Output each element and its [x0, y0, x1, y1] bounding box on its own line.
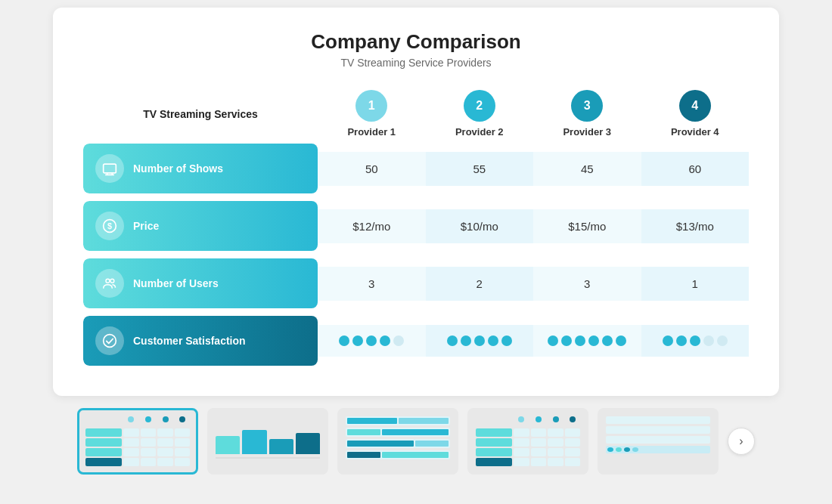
satisfaction-data-cells [318, 325, 749, 357]
shows-p2-value: 55 [426, 152, 534, 186]
svg-point-6 [106, 279, 110, 283]
dot [488, 335, 498, 346]
shows-data-cells: 50 55 45 60 [318, 152, 749, 186]
price-label-cell: $ Price [83, 201, 318, 251]
dot [352, 335, 363, 346]
dot [474, 335, 485, 346]
shows-p4-value: 60 [641, 152, 750, 186]
shows-p3-value: 45 [533, 152, 641, 186]
comparison-card: Company Comparison TV Streaming Service … [53, 8, 779, 396]
provider-4-header: 4 Provider 4 [641, 90, 750, 138]
thumbnail-3[interactable] [337, 408, 458, 475]
satisfaction-row: Customer Satisfaction [83, 316, 749, 366]
tv-icon [95, 154, 124, 183]
svg-rect-0 [104, 164, 116, 173]
thumbnail-4[interactable] [467, 408, 588, 475]
next-thumbnail-button[interactable]: › [728, 428, 755, 455]
thumbnail-1[interactable] [77, 408, 198, 475]
price-label-text: Price [133, 220, 159, 232]
dot [602, 335, 613, 346]
dot [717, 335, 728, 346]
price-p1-value: $12/mo [318, 209, 426, 243]
thumbnail-5-content [600, 410, 716, 472]
thumbnail-3-content [340, 410, 456, 472]
dot [393, 335, 404, 346]
satisfaction-p1-value [318, 325, 426, 357]
dot [380, 335, 390, 346]
dot [588, 335, 599, 346]
provider-1-circle: 1 [355, 90, 387, 122]
provider-2-circle: 2 [464, 90, 495, 122]
satisfaction-p1-dots [324, 335, 420, 346]
services-column-header: TV Streaming Services [83, 108, 318, 120]
provider-header-row: TV Streaming Services 1 Provider 1 2 Pro… [83, 90, 749, 138]
satisfaction-p2-dots [432, 335, 528, 346]
users-row: Number of Users 3 2 3 1 [83, 258, 749, 308]
provider-3-name: Provider 3 [563, 126, 611, 138]
provider-4-circle: 4 [679, 90, 711, 122]
satisfaction-p3-value [533, 325, 641, 357]
card-title: Company Comparison [83, 30, 749, 54]
users-p4-value: 1 [641, 267, 750, 301]
thumbnail-1-content [79, 410, 196, 472]
card-subtitle: TV Streaming Service Providers [83, 57, 749, 69]
price-data-cells: $12/mo $10/mo $15/mo $13/mo [318, 209, 749, 243]
provider-2-name: Provider 2 [455, 126, 504, 138]
dot [575, 335, 585, 346]
users-icon [95, 269, 124, 298]
thumbnail-2-content [210, 410, 326, 472]
users-label-cell: Number of Users [83, 258, 318, 308]
chevron-right-icon: › [739, 434, 743, 448]
dot [366, 335, 377, 346]
users-data-cells: 3 2 3 1 [318, 267, 749, 301]
thumbnail-2[interactable] [207, 408, 328, 475]
users-label-text: Number of Users [133, 277, 219, 289]
satisfaction-p4-value [641, 325, 750, 357]
shows-p1-value: 50 [318, 152, 426, 186]
shows-label-text: Number of Shows [133, 162, 223, 175]
comparison-table: TV Streaming Services 1 Provider 1 2 Pro… [83, 90, 749, 366]
dollar-icon: $ [95, 212, 124, 240]
satisfaction-label-cell: Customer Satisfaction [83, 316, 318, 366]
dot [501, 335, 512, 346]
satisfaction-p3-dots [539, 335, 635, 346]
satisfaction-label-text: Customer Satisfaction [133, 335, 246, 347]
price-p3-value: $15/mo [533, 209, 641, 243]
users-p1-value: 3 [318, 267, 426, 301]
dot [447, 335, 458, 346]
price-row: $ Price $12/mo $10/mo $15/mo $13/mo [83, 201, 749, 251]
dot [339, 335, 349, 346]
price-p4-value: $13/mo [641, 209, 750, 243]
shows-label-cell: Number of Shows [83, 144, 318, 193]
dot [663, 335, 673, 346]
users-p2-value: 2 [426, 267, 534, 301]
provider-3-circle: 3 [571, 90, 603, 122]
satisfaction-p2-value [426, 325, 534, 357]
dot [676, 335, 687, 346]
thumbnail-5[interactable] [598, 408, 719, 475]
dot [561, 335, 572, 346]
svg-text:$: $ [107, 221, 112, 230]
provider-1-header: 1 Provider 1 [318, 90, 426, 138]
provider-4-name: Provider 4 [671, 126, 719, 138]
dot [461, 335, 471, 346]
svg-point-7 [110, 279, 114, 283]
users-p3-value: 3 [533, 267, 641, 301]
shows-row: Number of Shows 50 55 45 60 [83, 144, 749, 193]
dot [616, 335, 626, 346]
dot [703, 335, 714, 346]
svg-point-8 [104, 335, 116, 348]
price-p2-value: $10/mo [426, 209, 534, 243]
dot [690, 335, 700, 346]
dot [548, 335, 558, 346]
thumbnail-4-content [470, 410, 586, 472]
thumbnails-row: › [77, 408, 755, 475]
check-icon [95, 326, 124, 355]
provider-2-header: 2 Provider 2 [426, 90, 534, 138]
provider-3-header: 3 Provider 3 [533, 90, 641, 138]
satisfaction-p4-dots [647, 335, 744, 346]
provider-1-name: Provider 1 [347, 126, 396, 138]
